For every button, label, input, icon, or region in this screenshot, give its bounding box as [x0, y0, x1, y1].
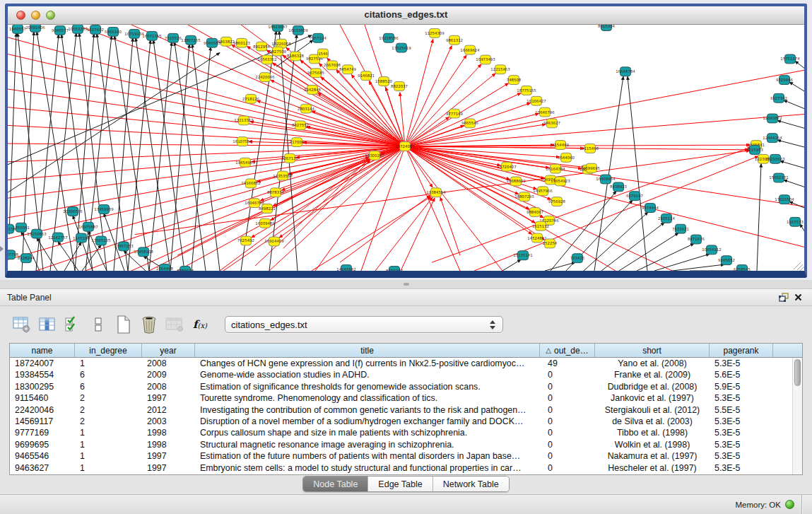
table-cell[interactable]: Investigating the contribution of common…: [195, 404, 540, 416]
network-node[interactable]: 9860123: [233, 38, 250, 47]
network-node[interactable]: 12093872: [763, 114, 782, 123]
table-cell[interactable]: 1: [75, 439, 142, 450]
table-cell[interactable]: Changes of HCN gene expression and I(f) …: [195, 358, 540, 369]
column-header-pagerank[interactable]: pagerank: [710, 344, 773, 357]
table-cell[interactable]: 1997: [142, 450, 195, 462]
table-row[interactable]: 946554611997Estimation of the future num…: [10, 450, 802, 462]
panel-splitter[interactable]: [0, 280, 812, 288]
table-cell[interactable]: 1: [75, 358, 142, 369]
table-cell[interactable]: 5.6E-5: [710, 369, 773, 380]
table-cell[interactable]: 5.3E-5: [710, 416, 773, 427]
network-edge[interactable]: [672, 264, 724, 271]
panel-collapse-arrow-icon[interactable]: [0, 246, 4, 252]
table-cell[interactable]: 1997: [142, 462, 195, 474]
network-node[interactable]: 1588520: [375, 77, 393, 86]
function-builder-icon[interactable]: f(x): [189, 315, 211, 334]
network-node[interactable]: 16975887: [78, 222, 98, 231]
network-edge[interactable]: [149, 42, 172, 271]
network-node[interactable]: 6679197: [626, 192, 643, 201]
table-cell[interactable]: 1: [75, 462, 142, 474]
table-cell[interactable]: 22420046: [10, 404, 75, 416]
network-edge[interactable]: [545, 262, 575, 271]
network-edge[interactable]: [375, 197, 433, 271]
network-node[interactable]: 8454749: [339, 65, 357, 74]
table-cell[interactable]: 9463627: [10, 462, 75, 474]
table-cell[interactable]: Hescheler et al. (1997): [595, 462, 710, 474]
column-header-out_de[interactable]: △out_de…: [540, 344, 595, 357]
table-cell[interactable]: 2: [75, 416, 142, 427]
network-edge[interactable]: [8, 37, 405, 146]
network-node[interactable]: 15135141: [513, 251, 532, 260]
delete-column-icon[interactable]: [139, 315, 160, 334]
table-cell[interactable]: Yano et al. (2008): [595, 358, 710, 369]
network-node[interactable]: 9780148: [177, 267, 194, 271]
network-node[interactable]: 16914479: [264, 237, 284, 246]
network-node[interactable]: 14645842: [336, 265, 355, 271]
table-cell[interactable]: 1: [75, 450, 142, 462]
network-node[interactable]: 3267130: [281, 153, 299, 163]
network-edge[interactable]: [780, 161, 804, 168]
memory-status-indicator[interactable]: [785, 500, 794, 509]
network-edge[interactable]: [405, 146, 510, 180]
network-node[interactable]: 10719134: [124, 29, 144, 38]
network-node[interactable]: 2935114: [658, 214, 676, 223]
table-selector-dropdown[interactable]: citations_edges.txt: [225, 316, 503, 333]
table-row[interactable]: 1456911722003Disruption of a novel membe…: [10, 416, 802, 427]
network-node[interactable]: 13525419: [392, 43, 411, 52]
network-node[interactable]: 1546: [318, 49, 329, 58]
network-node[interactable]: 16409954: [596, 175, 616, 184]
table-cell[interactable]: 2008: [142, 358, 195, 369]
table-cell[interactable]: 0: [540, 462, 595, 474]
table-cell[interactable]: Tibbo et al. (1998): [595, 427, 710, 438]
row-merge-icon[interactable]: [88, 315, 109, 334]
splitter-grip[interactable]: [404, 283, 409, 286]
table-cell[interactable]: Franke et al. (2009): [595, 369, 710, 380]
table-cell[interactable]: Wolkin et al. (1998): [595, 439, 710, 450]
network-node[interactable]: 10654112: [702, 245, 721, 255]
network-node[interactable]: 16164384: [546, 164, 565, 173]
network-edge[interactable]: [502, 259, 521, 271]
table-row[interactable]: 1872400712008Changes of HCN gene express…: [10, 358, 802, 369]
network-node[interactable]: 8471676: [688, 235, 705, 244]
network-node[interactable]: 9474444: [642, 204, 659, 213]
network-edge[interactable]: [789, 82, 804, 91]
table-cell[interactable]: 0: [540, 369, 595, 380]
network-edge[interactable]: [795, 61, 804, 68]
table-cell[interactable]: 5.3E-5: [710, 427, 773, 438]
network-node[interactable]: 16648784: [616, 67, 635, 76]
table-cell[interactable]: Tourette syndrome. Phenomenology and cla…: [195, 392, 540, 404]
network-edge[interactable]: [405, 124, 546, 146]
table-cell[interactable]: 9777169: [10, 427, 75, 438]
network-node[interactable]: 20691406: [25, 25, 45, 32]
table-cell[interactable]: 0: [540, 404, 595, 416]
network-node[interactable]: 10973493: [476, 55, 495, 64]
column-header-year[interactable]: year: [142, 344, 195, 357]
table-cell[interactable]: 5.5E-5: [710, 404, 773, 416]
network-node[interactable]: 748508: [507, 76, 522, 85]
network-node[interactable]: 8878334: [267, 188, 285, 197]
table-row[interactable]: 977716911998Corpus callosum shape and si…: [10, 427, 802, 438]
network-edge[interactable]: [784, 180, 804, 187]
table-cell[interactable]: 49: [540, 358, 595, 369]
network-node[interactable]: 1527602: [87, 25, 104, 34]
network-node[interactable]: 1940557: [9, 25, 26, 33]
network-node[interactable]: 8186328: [287, 52, 305, 61]
table-cell[interactable]: Jankovic et al. (1997): [595, 392, 710, 404]
network-edge[interactable]: [601, 223, 664, 271]
table-cell[interactable]: 1997: [142, 392, 195, 404]
table-cell[interactable]: 0: [540, 450, 595, 462]
table-cell[interactable]: 14569117: [10, 416, 75, 427]
network-edge[interactable]: [241, 31, 276, 271]
table-row[interactable]: 969969511998Structural magnetic resonanc…: [10, 439, 802, 450]
network-node[interactable]: 8822037: [391, 82, 408, 91]
network-node[interactable]: 10553287: [68, 25, 87, 33]
table-cell[interactable]: 18724007: [10, 358, 75, 369]
network-node[interactable]: 12215463: [490, 65, 510, 74]
table-row[interactable]: 1830029562008Estimation of significance …: [10, 381, 802, 392]
table-cell[interactable]: de Silva et al. (2003): [595, 416, 710, 427]
network-node[interactable]: 9227342: [770, 93, 787, 103]
network-node[interactable]: 2718126: [242, 94, 260, 103]
scrollbar-thumb[interactable]: [794, 359, 801, 386]
network-edge[interactable]: [405, 146, 748, 150]
table-cell[interactable]: 1998: [142, 427, 195, 438]
